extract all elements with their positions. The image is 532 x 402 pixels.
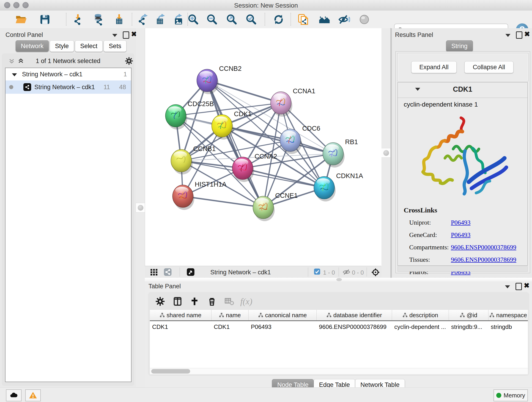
- right-splitter-grip[interactable]: [381, 148, 391, 158]
- table-row[interactable]: CDK1CDK1P064939606.ENSP00000378699cyclin…: [150, 321, 528, 332]
- collapse-all-button[interactable]: Collapse All: [464, 61, 513, 73]
- delete-table-icon[interactable]: [224, 296, 235, 307]
- cloud-icon: [9, 391, 18, 400]
- close-results-icon[interactable]: ✖: [524, 30, 530, 38]
- export-image-icon[interactable]: [171, 13, 184, 26]
- network-node-label: HIST1H1A: [195, 181, 227, 188]
- network-canvas[interactable]: CCNB2 CCNA1 CDC25B CDK1 CDC6 RB1 CCNB1: [145, 28, 381, 266]
- hide-panel-icon[interactable]: [338, 13, 350, 26]
- close-table-icon[interactable]: ✖: [524, 281, 530, 289]
- cdk1-card-header[interactable]: CDK1: [398, 83, 527, 98]
- table-cell[interactable]: stringdb: [488, 321, 528, 332]
- table-hscrollbar[interactable]: [150, 368, 528, 374]
- column-header-shared-name[interactable]: shared name: [150, 310, 211, 320]
- column-header--id[interactable]: @id: [449, 310, 488, 320]
- tab-network[interactable]: Network: [16, 40, 49, 52]
- refresh-icon[interactable]: [272, 13, 285, 26]
- float-results-icon[interactable]: [516, 32, 522, 39]
- network-node[interactable]: RB1: [323, 138, 358, 167]
- selected-checkbox-icon[interactable]: [313, 268, 321, 276]
- column-header-name[interactable]: name: [211, 310, 249, 320]
- table-cell[interactable]: P06493: [249, 321, 317, 332]
- collapse-table-icon[interactable]: [505, 285, 510, 289]
- table-cell[interactable]: CDK1: [211, 321, 249, 332]
- memory-button[interactable]: Memory: [494, 389, 528, 401]
- add-column-icon[interactable]: [189, 296, 200, 307]
- zoom-fit-icon[interactable]: [225, 13, 238, 26]
- crosslink-label: Tissues:: [404, 256, 451, 263]
- crosshair-icon[interactable]: [371, 268, 380, 278]
- network-node-label: CCNA1: [293, 87, 315, 95]
- delete-column-icon[interactable]: [206, 296, 218, 307]
- import-table-icon[interactable]: [113, 13, 125, 26]
- crosslink-link[interactable]: 9606.ENSP00000378699: [451, 244, 516, 251]
- control-panel-title: Control Panel: [6, 32, 43, 38]
- expand-all-button[interactable]: Expand All: [411, 61, 457, 73]
- warning-button[interactable]: [25, 389, 41, 401]
- table-cell[interactable]: stringdb:9...: [449, 321, 488, 332]
- table-gear-icon[interactable]: [154, 296, 166, 307]
- cloud-button[interactable]: [6, 389, 22, 401]
- network-view-title: String Network – cdk1: [210, 269, 271, 276]
- table-cell[interactable]: cyclin-dependent ...: [392, 321, 449, 332]
- right-splitter[interactable]: [381, 28, 390, 278]
- float-table-icon[interactable]: [515, 283, 522, 290]
- tab-select[interactable]: Select: [75, 40, 103, 52]
- network-edge[interactable]: [207, 80, 263, 207]
- network-node[interactable]: CCNB2: [197, 65, 241, 94]
- crosslink-link[interactable]: P06493: [451, 219, 471, 226]
- gear-icon[interactable]: [125, 57, 133, 66]
- zoom-out-icon[interactable]: [206, 13, 218, 26]
- export-table-icon[interactable]: [154, 13, 167, 26]
- import-network-icon[interactable]: [72, 13, 84, 26]
- collapse-results-icon[interactable]: [505, 34, 510, 38]
- zoom-selected-icon[interactable]: [245, 13, 257, 26]
- network-collection-row[interactable]: String Network – cdk1 1: [6, 68, 131, 80]
- open-folder-icon[interactable]: [15, 13, 27, 26]
- grid-view-icon[interactable]: [150, 268, 158, 277]
- export-network-icon[interactable]: [137, 13, 149, 26]
- hscroll-thumb[interactable]: [151, 369, 190, 374]
- left-splitter[interactable]: [136, 28, 145, 387]
- zoom-in-icon[interactable]: [187, 13, 199, 26]
- network-node-label: RB1: [345, 138, 358, 146]
- network-node-label: CDKN1A: [336, 172, 363, 179]
- birds-eye-view-icon[interactable]: [186, 268, 195, 277]
- protein-name: CDK1: [398, 85, 527, 94]
- table-cell[interactable]: CDK1: [150, 321, 211, 332]
- function-builder-icon[interactable]: f(x): [241, 296, 252, 307]
- import-database-icon[interactable]: [92, 13, 105, 26]
- hidden-eye-icon[interactable]: [342, 268, 351, 277]
- column-header-database-identifier[interactable]: database identifier: [317, 310, 392, 320]
- crosslink-link[interactable]: 9606.ENSP00000378699: [451, 256, 516, 263]
- toolbar-separator: [132, 13, 132, 26]
- share-document-icon[interactable]: [297, 13, 309, 26]
- collapse-panel-icon[interactable]: [112, 34, 117, 38]
- show-columns-icon[interactable]: [172, 296, 183, 307]
- network-style-icon[interactable]: [164, 268, 172, 277]
- preview-icon[interactable]: [358, 13, 370, 26]
- results-scroll-track[interactable]: [398, 266, 528, 272]
- tab-style[interactable]: Style: [50, 40, 74, 52]
- column-header-description[interactable]: description: [392, 310, 449, 320]
- column-header-canonical-name[interactable]: canonical name: [249, 310, 317, 320]
- table-cell[interactable]: 9606.ENSP00000378699: [317, 321, 392, 332]
- tab-sets[interactable]: Sets: [104, 40, 127, 52]
- network-node[interactable]: CCNA1: [271, 87, 315, 117]
- window-title: Session: New Session: [0, 2, 532, 9]
- network-node[interactable]: CDKN1A: [314, 172, 363, 201]
- tab-string[interactable]: String: [446, 40, 473, 52]
- crosslink-link[interactable]: P06493: [451, 231, 471, 239]
- network-node[interactable]: CDC25B: [165, 100, 214, 129]
- network-node[interactable]: CCNE1: [253, 192, 298, 221]
- network-row[interactable]: String Network – cdk1 11 48: [6, 80, 131, 94]
- network-node[interactable]: HIST1H1A: [172, 181, 227, 210]
- save-session-icon[interactable]: [39, 13, 51, 26]
- network-edge[interactable]: [183, 196, 263, 207]
- left-splitter-grip[interactable]: [136, 203, 145, 212]
- home-icon[interactable]: [318, 13, 331, 26]
- protein-description: cyclin-dependent kinase 1: [404, 101, 478, 108]
- column-header-namespace[interactable]: namespace: [488, 310, 528, 320]
- float-panel-icon[interactable]: [123, 32, 129, 39]
- horizontal-splitter[interactable]: [145, 278, 532, 281]
